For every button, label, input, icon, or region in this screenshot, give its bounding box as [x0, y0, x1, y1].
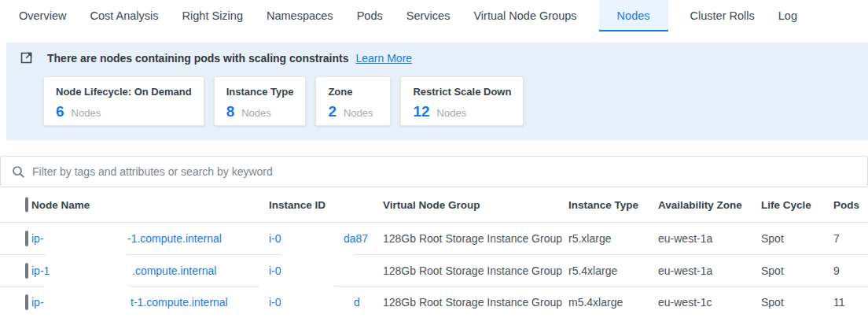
tab-bar: Overview Cost Analysis Right Sizing Name… — [0, 0, 868, 31]
tab[interactable]: Log — [777, 0, 799, 31]
instance-type-cell: r5.xlarge — [568, 232, 611, 245]
card-title: Restrict Scale Down — [413, 86, 511, 98]
row-checkbox[interactable] — [25, 263, 28, 279]
virtual-node-group-cell: 128Gb Root Storage Instance Group — [383, 232, 562, 245]
scale-constraint-icon — [20, 51, 33, 65]
card-unit: Nodes — [437, 107, 467, 119]
row-checkbox[interactable] — [25, 231, 28, 246]
card-count: 8 — [226, 103, 235, 120]
node-name-prefix[interactable]: ip- — [31, 296, 44, 309]
table-header: Node Name Instance ID Virtual Node Group… — [0, 187, 868, 223]
card-title: Node Lifecycle: On Demand — [56, 86, 192, 98]
redaction-box — [46, 226, 127, 256]
card-title: Zone — [328, 86, 378, 98]
node-name-suffix[interactable]: t-1.compute.internal — [131, 296, 228, 309]
banner-header: There are nodes containing pods with sca… — [20, 51, 412, 65]
tab[interactable]: Namespaces — [265, 0, 335, 31]
constraint-card[interactable]: Instance Type 8 Nodes — [214, 76, 307, 126]
pods-cell: 7 — [833, 232, 840, 245]
life-cycle-cell: Spot — [761, 232, 784, 245]
constraint-card[interactable]: Zone 2 Nodes — [315, 76, 391, 126]
node-name-prefix[interactable]: ip- — [31, 232, 44, 245]
instance-id-suffix[interactable]: da87 — [344, 232, 368, 245]
tab[interactable]: Services — [405, 0, 452, 31]
card-count: 12 — [413, 103, 429, 120]
scaling-constraints-banner: There are nodes containing pods with sca… — [6, 43, 868, 140]
tab[interactable]: Pods — [355, 0, 384, 31]
redaction-box — [50, 260, 131, 282]
card-unit: Nodes — [72, 107, 101, 119]
select-all-checkbox[interactable] — [25, 198, 28, 213]
constraint-cards: Node Lifecycle: On Demand 6 Nodes Instan… — [43, 76, 524, 126]
banner-message: There are nodes containing pods with sca… — [47, 52, 349, 65]
redaction-box — [259, 280, 334, 291]
virtual-node-group-cell: 128Gb Root Storage Instance Group — [383, 264, 562, 277]
node-name-suffix[interactable]: .compute.internal — [132, 264, 216, 277]
instance-type-cell: m5.4xlarge — [568, 296, 623, 309]
col-virtual-node-group: Virtual Node Group — [383, 199, 480, 211]
node-name-prefix[interactable]: ip-1 — [31, 264, 50, 277]
availability-zone-cell: eu-west-1a — [658, 232, 712, 245]
tab[interactable]: Nodes — [599, 0, 668, 31]
card-unit: Nodes — [241, 107, 271, 119]
constraint-card[interactable]: Restrict Scale Down 12 Nodes — [400, 76, 524, 126]
availability-zone-cell: eu-west-1c — [658, 296, 712, 309]
filter-input[interactable] — [32, 165, 867, 178]
tab[interactable]: Overview — [17, 0, 68, 31]
row-checkbox[interactable] — [25, 294, 28, 310]
tab[interactable]: Cluster Rolls — [689, 0, 756, 31]
life-cycle-cell: Spot — [761, 264, 784, 277]
learn-more-link[interactable]: Learn More — [356, 52, 413, 65]
instance-id-suffix[interactable]: d — [354, 296, 360, 309]
card-count: 2 — [328, 103, 337, 120]
col-availability-zone: Availability Zone — [658, 199, 742, 211]
col-pods: Pods — [833, 199, 859, 211]
redaction-box — [44, 279, 128, 312]
card-title: Instance Type — [226, 86, 294, 98]
instance-type-cell: r5.4xlarge — [568, 264, 617, 277]
pods-cell: 11 — [833, 296, 845, 309]
availability-zone-cell: eu-west-1a — [658, 264, 712, 277]
redaction-box — [281, 293, 352, 312]
virtual-node-group-cell: 128Gb Root Storage Instance Group — [383, 296, 562, 309]
col-instance-id: Instance ID — [269, 199, 326, 211]
node-name-suffix[interactable]: -1.compute.internal — [127, 232, 222, 245]
filter-bar — [0, 156, 868, 187]
col-instance-type: Instance Type — [568, 199, 638, 211]
col-life-cycle: Life Cycle — [761, 199, 811, 211]
table-row[interactable]: ip- -1.compute.internal i-0 da87 128Gb R… — [0, 223, 868, 254]
table-row[interactable]: ip- t-1.compute.internal i-0 d 128Gb Roo… — [0, 286, 868, 317]
constraint-card[interactable]: Node Lifecycle: On Demand 6 Nodes — [43, 76, 204, 126]
col-node-name: Node Name — [31, 199, 90, 211]
card-unit: Nodes — [344, 107, 373, 119]
nodes-page: Overview Cost Analysis Right Sizing Name… — [0, 0, 868, 318]
instance-id-prefix[interactable]: i-0 — [269, 264, 281, 277]
redaction-box — [281, 249, 354, 280]
search-icon — [12, 165, 25, 179]
instance-id-prefix[interactable]: i-0 — [269, 232, 281, 245]
life-cycle-cell: Spot — [761, 296, 784, 309]
instance-id-prefix[interactable]: i-0 — [269, 296, 281, 309]
tab[interactable]: Cost Analysis — [88, 0, 160, 31]
card-count: 6 — [56, 103, 64, 120]
tab[interactable]: Virtual Node Groups — [472, 0, 578, 31]
pods-cell: 9 — [833, 264, 840, 277]
tab[interactable]: Right Sizing — [181, 0, 245, 31]
redaction-box — [281, 227, 343, 250]
